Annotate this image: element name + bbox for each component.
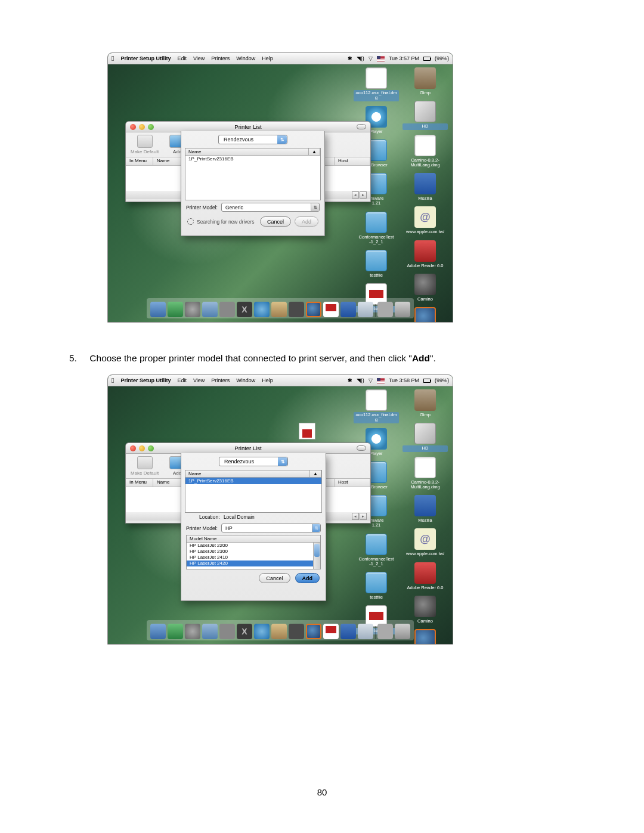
browse-type-dropdown[interactable]: Rendezvous⇅ — [218, 135, 287, 144]
driver-row[interactable]: HP LaserJet 2300 — [187, 549, 320, 555]
dock-finder-icon[interactable] — [150, 302, 166, 317]
apple-menu-icon[interactable]:  — [112, 376, 114, 385]
printer-row[interactable]: 1P_PrintServ2316EB — [185, 478, 321, 484]
desktop-icon[interactable]: ooo112.osx_final.dm g — [354, 67, 399, 101]
browse-type-dropdown[interactable]: Rendezvous⇅ — [219, 457, 288, 466]
printers-table[interactable]: Name▲ 1P_PrintServ2316EB — [185, 148, 321, 200]
pdf-icon[interactable] — [299, 423, 315, 439]
dock-mozilla-icon[interactable] — [340, 624, 356, 639]
desktop-icon[interactable]: Gimp — [402, 389, 448, 418]
dock-x11-icon[interactable]: X — [237, 302, 252, 317]
minimize-icon[interactable] — [139, 445, 145, 451]
driver-row[interactable]: HP LaserJet 2410 — [187, 555, 320, 561]
dock-app-icon[interactable] — [168, 624, 183, 639]
battery-icon[interactable] — [423, 57, 431, 61]
flag-icon[interactable] — [377, 56, 385, 61]
dock-adobe-icon[interactable] — [323, 624, 339, 639]
col-name[interactable]: Name — [185, 470, 310, 477]
sound-icon[interactable]: ◥)) — [357, 55, 364, 61]
printer-model-select[interactable]: HP⇅ — [221, 524, 321, 532]
desktop-icon[interactable]: HD — [402, 423, 448, 451]
dock-app-icon[interactable] — [271, 624, 287, 639]
dock-app-icon[interactable] — [377, 624, 393, 639]
desktop-icon[interactable]: Mozilla — [402, 173, 448, 202]
dock-finder-icon[interactable] — [150, 624, 166, 639]
desktop-icon[interactable]: testfile — [354, 572, 399, 600]
col-host[interactable]: Host — [335, 479, 370, 487]
col-inmenu[interactable]: In Menu — [126, 479, 153, 487]
flag-icon[interactable] — [377, 378, 385, 383]
menu-help[interactable]: Help — [262, 55, 273, 61]
bluetooth-icon[interactable]: ✱ — [348, 55, 352, 61]
menubar[interactable]:  Printer Setup Utility Edit View Printe… — [108, 53, 453, 64]
desktop-icon[interactable]: testfile — [354, 250, 399, 278]
menu-window[interactable]: Window — [236, 55, 255, 61]
window-titlebar[interactable]: Printer List — [126, 443, 370, 454]
minimize-icon[interactable] — [139, 124, 145, 130]
dock-mozilla-icon[interactable] — [340, 302, 356, 317]
dock-app-icon[interactable] — [377, 302, 393, 317]
driver-row[interactable]: HP LaserJet 2200 — [187, 543, 320, 549]
col-host[interactable]: Host — [335, 157, 370, 165]
desktop-icon[interactable]: @www.apple.com.tw/ — [402, 528, 448, 557]
dock-terminal-icon[interactable] — [289, 302, 304, 317]
col-name[interactable]: Name — [185, 148, 309, 155]
dock-x11-icon[interactable]: X — [237, 624, 252, 639]
dock-app-icon[interactable] — [358, 624, 373, 639]
scrollbar-thumb[interactable] — [314, 544, 320, 557]
clock[interactable]: Tue 3:57 PM — [389, 55, 419, 61]
dock-app-icon[interactable] — [202, 624, 218, 639]
apple-menu-icon[interactable]:  — [112, 54, 114, 63]
bluetooth-icon[interactable]: ✱ — [348, 377, 352, 383]
menu-edit[interactable]: Edit — [177, 377, 187, 383]
toolbar-toggle-icon[interactable] — [357, 124, 366, 129]
airport-icon[interactable]: ▽ — [369, 55, 373, 61]
dock-firefox-icon[interactable] — [306, 302, 321, 317]
desktop-icon[interactable]: Adobe Reader 6.0 — [402, 562, 448, 591]
desktop-icon[interactable]: ConformanceTest -1_2_1 — [354, 534, 399, 568]
add-printer-sheet[interactable]: Rendezvous⇅ Name▲ 1P_PrintServ2316EB Pri… — [181, 131, 325, 236]
desktop-icon[interactable]: Camino-0.8.2- MultiLang.dmg — [402, 457, 448, 491]
dock-app-icon[interactable] — [202, 302, 218, 317]
dock-app-icon[interactable] — [219, 624, 235, 639]
desktop-icon[interactable]: Mozilla — [402, 495, 448, 524]
desktop-icon[interactable]: @www.apple.com.tw/ — [402, 206, 448, 235]
app-name[interactable]: Printer Setup Utility — [120, 55, 171, 61]
battery-icon[interactable] — [423, 379, 431, 383]
zoom-icon[interactable] — [148, 124, 154, 130]
dock-safari-icon[interactable] — [254, 624, 270, 639]
dock-firefox-icon[interactable] — [306, 624, 321, 639]
dock[interactable]: X — [147, 298, 414, 318]
dock-terminal-icon[interactable] — [289, 624, 304, 639]
scrollbar[interactable] — [313, 543, 320, 569]
add-printer-sheet[interactable]: Rendezvous⇅ Name▲ 1P_PrintServ2316EB Loc… — [181, 453, 326, 601]
desktop-icon[interactable]: ooo112.osx_final.dm g — [354, 389, 399, 423]
desktop-icon[interactable]: HD — [402, 101, 448, 129]
clock[interactable]: Tue 3:58 PM — [389, 377, 419, 383]
desktop-icon[interactable]: Adobe Reader 6.0 — [402, 240, 448, 269]
menu-help[interactable]: Help — [262, 377, 273, 383]
cancel-button[interactable]: Cancel — [260, 216, 291, 227]
sound-icon[interactable]: ◥)) — [357, 377, 364, 383]
driver-list[interactable]: Model Name HP LaserJet 2200 HP LaserJet … — [186, 535, 321, 569]
zoom-icon[interactable] — [148, 445, 154, 451]
dock[interactable]: X — [147, 620, 414, 640]
desktop-icon[interactable]: Gimp — [402, 67, 448, 96]
menu-edit[interactable]: Edit — [177, 55, 187, 61]
toolbar-toggle-icon[interactable] — [357, 445, 366, 451]
menu-printers[interactable]: Printers — [211, 55, 230, 61]
menu-window[interactable]: Window — [236, 377, 255, 383]
app-name[interactable]: Printer Setup Utility — [120, 377, 171, 383]
dock-trash-icon[interactable] — [395, 624, 410, 639]
dock-trash-icon[interactable] — [395, 302, 410, 317]
dock-app-icon[interactable] — [185, 302, 200, 317]
dock-app-icon[interactable] — [185, 624, 200, 639]
menu-view[interactable]: View — [193, 55, 205, 61]
cancel-button[interactable]: Cancel — [259, 573, 290, 583]
col-model-name[interactable]: Model Name — [187, 535, 320, 543]
dock-app-icon[interactable] — [358, 302, 373, 317]
airport-icon[interactable]: ▽ — [369, 377, 373, 383]
printer-row[interactable]: 1P_PrintServ2316EB — [185, 156, 320, 162]
printer-model-select[interactable]: Generic⇅ — [221, 203, 320, 212]
dock-app-icon[interactable] — [168, 302, 183, 317]
